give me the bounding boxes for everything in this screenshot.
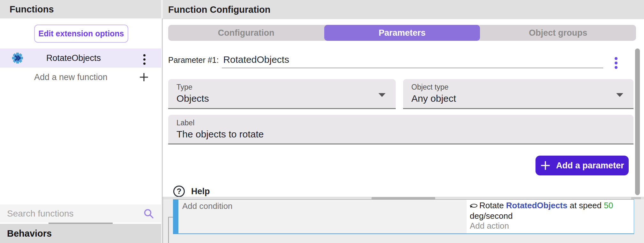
main-panel-title: Function Configuration [168,4,271,15]
events-horizontal-scrollbar-track[interactable] [163,197,644,199]
parameter-number-label: Parameter #1: [168,55,219,65]
parameter-label-field[interactable]: Label The objects to rotate [168,115,633,144]
add-parameter-label: Add a parameter [556,161,624,171]
action-value: 50 [604,201,613,210]
help-icon-glyph: ? [177,187,182,196]
events-horizontal-scrollbar-thumb[interactable] [371,197,435,199]
tab-bar: Configuration Parameters Object groups [168,25,636,41]
help-label: Help [191,187,210,196]
help-row[interactable]: ? Help [173,186,210,197]
function-name-label: RotateObjects [46,53,101,63]
event-row-selected[interactable]: Add condition Rotate RotatedObjects at s… [173,199,634,234]
events-scrollbar-corner [631,197,641,199]
dropdown-caret-icon [616,93,623,97]
app-window: Functions Edit extension options RotateO… [0,0,644,243]
event-drag-handle[interactable] [173,200,178,233]
label-field-value: The objects to rotate [176,129,633,140]
main-scrollbar-thumb[interactable] [635,48,640,195]
type-field-label: Type [176,83,396,92]
functions-panel-title: Functions [10,4,54,15]
search-functions-bar [0,204,161,223]
action-object-name: RotatedObjects [506,201,567,210]
event-conditions-cell[interactable]: Add condition [178,200,467,233]
function-list-item-selected[interactable]: RotateObjects [0,48,161,68]
type-field-value: Objects [176,93,396,104]
search-functions-input[interactable] [7,204,135,223]
label-field-label: Label [176,119,633,127]
add-condition-label[interactable]: Add condition [182,201,233,211]
action-sentence[interactable]: Rotate RotatedObjects at speed 50 [470,201,631,211]
behaviors-section-header[interactable]: Behaviors [0,224,161,243]
functions-panel: Functions Edit extension options RotateO… [0,0,161,243]
search-icon[interactable] [143,208,154,220]
edit-extension-options-button[interactable]: Edit extension options [34,25,128,43]
object-type-field-value: Any object [411,93,633,104]
tab-configuration[interactable]: Configuration [168,25,324,41]
add-function-label: Add a new function [34,72,108,82]
rotate-action-icon [470,201,478,211]
events-sheet-panel: Add condition Rotate RotatedObjects at s… [163,197,644,243]
behaviors-title: Behaviors [7,228,52,239]
function-item-kebab-icon[interactable] [143,53,146,66]
dropdown-caret-icon [378,93,386,97]
object-type-field-label: Object type [411,83,633,92]
object-type-select[interactable]: Object type Any object [403,79,633,109]
main-panel-header: Function Configuration [163,0,644,19]
help-icon: ? [173,186,185,197]
plus-icon [139,72,149,84]
action-text: Rotate [479,201,506,210]
plus-icon [540,160,551,171]
add-parameter-button[interactable]: Add a parameter [535,156,629,175]
parameter-name-row: Parameter #1: [168,54,603,68]
event-actions-cell[interactable]: Rotate RotatedObjects at speed 50 deg/se… [467,200,634,233]
parameter-kebab-icon[interactable] [615,56,618,70]
subevent-connector-line [168,217,173,217]
functions-panel-header: Functions [0,0,161,18]
action-sentence-wrap: deg/second [470,211,631,221]
tab-parameters[interactable]: Parameters [324,25,480,41]
function-gear-icon [11,52,24,64]
subevent-indent-line [168,217,169,243]
add-action-label[interactable]: Add action [470,221,631,231]
action-text: at speed [567,201,604,210]
parameter-name-input[interactable] [222,54,603,68]
add-function-row[interactable]: Add a new function [0,68,161,86]
parameter-type-select[interactable]: Type Objects [168,79,396,109]
tab-object-groups[interactable]: Object groups [480,25,636,41]
